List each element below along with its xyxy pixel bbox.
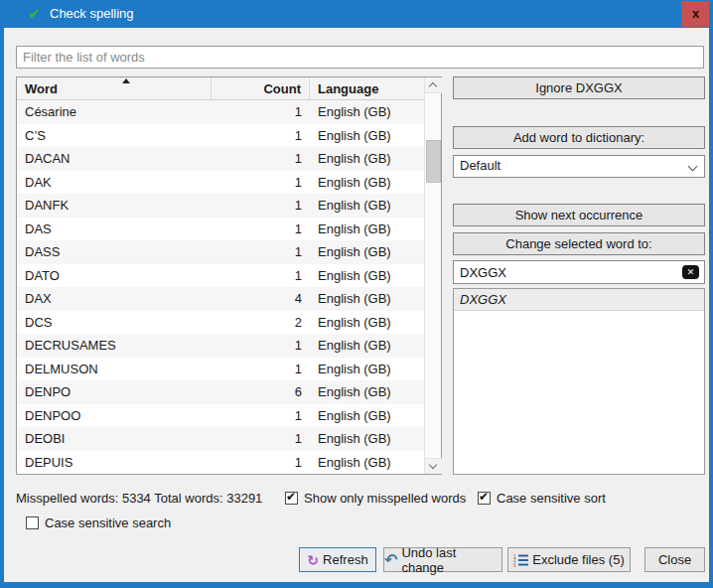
check-mark-icon: ✔: [28, 5, 41, 23]
cell-language: English (GB): [310, 338, 424, 353]
refresh-icon: ↻: [307, 553, 319, 567]
change-word-input[interactable]: [454, 261, 680, 283]
exclude-files-button[interactable]: 1 2 3 Exclude files (5): [507, 547, 631, 572]
scroll-up-icon[interactable]: [425, 77, 442, 93]
cell-word: DAK: [17, 175, 212, 190]
add-word-to-dictionary-button[interactable]: Add word to dictionary:: [453, 126, 705, 149]
scroll-down-icon[interactable]: [425, 458, 442, 474]
cell-word: DELMUSON: [17, 362, 212, 376]
numbered-list-icon: 1 2 3: [513, 553, 528, 567]
cell-language: English (GB): [310, 291, 424, 306]
table-row[interactable]: Césarine 1 English (GB): [17, 100, 424, 124]
close-button[interactable]: Close: [644, 547, 705, 572]
column-header-count[interactable]: Count: [212, 77, 310, 99]
table-row[interactable]: DEOBI 1 English (GB): [17, 427, 424, 451]
change-selected-word-button[interactable]: Change selected word to:: [453, 232, 705, 255]
cell-word: DCS: [17, 315, 212, 330]
cell-count: 2: [212, 315, 310, 330]
show-only-misspelled-checkbox[interactable]: Show only misspelled words: [285, 491, 466, 506]
cell-word: DENPO: [17, 384, 212, 399]
table-header: Word Count Language: [17, 77, 424, 100]
checkbox-label: Case sensitive sort: [497, 491, 606, 506]
chevron-down-icon: [688, 162, 698, 172]
cell-language: English (GB): [310, 244, 424, 259]
cell-count: 1: [212, 175, 310, 190]
table-body: Césarine 1 English (GB) C’S 1 English (G…: [17, 100, 424, 474]
checkbox-icon[interactable]: [285, 492, 298, 505]
exclude-label: Exclude files (5): [532, 552, 624, 567]
svg-text:3: 3: [513, 562, 516, 567]
cell-language: English (GB): [310, 455, 424, 470]
cell-language: English (GB): [310, 384, 424, 399]
refresh-button[interactable]: ↻ Refresh: [299, 547, 376, 572]
cell-word: C’S: [17, 128, 212, 143]
checkbox-icon[interactable]: [478, 492, 491, 505]
scrollbar-thumb[interactable]: [426, 140, 441, 183]
table-row[interactable]: DENPO 6 English (GB): [17, 380, 424, 404]
undo-last-change-button[interactable]: ↶ Undo last change: [383, 547, 502, 572]
table-row[interactable]: DATO 1 English (GB): [17, 264, 424, 288]
table-row[interactable]: DELMUSON 1 English (GB): [17, 358, 424, 381]
checkbox-label: Case sensitive search: [45, 515, 171, 530]
sort-ascending-icon: [122, 78, 130, 83]
column-header-language[interactable]: Language: [310, 77, 424, 99]
checkbox-icon[interactable]: [26, 516, 39, 529]
dictionary-select[interactable]: Default: [453, 155, 705, 178]
cell-word: DAS: [17, 221, 212, 236]
cell-count: 1: [212, 268, 310, 283]
cell-word: DEOBI: [17, 431, 212, 446]
cell-word: DENPOO: [17, 408, 212, 423]
filter-input[interactable]: [16, 46, 704, 69]
window-title: Check spelling: [50, 6, 134, 21]
check-spelling-dialog: ✔ Check spelling x Word Count Language C…: [0, 0, 713, 588]
cell-word: DASS: [17, 244, 212, 259]
dictionary-selected-value: Default: [460, 158, 500, 173]
close-window-button[interactable]: x: [681, 1, 710, 27]
cell-count: 1: [212, 338, 310, 353]
cell-count: 1: [212, 198, 310, 213]
cell-count: 1: [212, 408, 310, 423]
suggestions-list: DXGGX: [453, 288, 705, 475]
cell-word: Césarine: [17, 104, 212, 119]
table-row[interactable]: DECRUSAMES 1 English (GB): [17, 334, 424, 358]
cell-count: 1: [212, 104, 310, 119]
table-row[interactable]: DENPOO 1 English (GB): [17, 404, 424, 428]
table-row[interactable]: DACAN 1 English (GB): [17, 147, 424, 171]
cell-language: English (GB): [310, 104, 424, 119]
cell-count: 1: [212, 221, 310, 236]
table-scrollbar[interactable]: [424, 77, 441, 474]
cell-count: 6: [212, 384, 310, 399]
cell-language: English (GB): [310, 128, 424, 143]
cell-word: DAX: [17, 291, 212, 306]
table-row[interactable]: DCS 2 English (GB): [17, 311, 424, 335]
table-row[interactable]: DEPUIS 1 English (GB): [17, 451, 424, 475]
cell-count: 1: [212, 431, 310, 446]
checkbox-label: Show only misspelled words: [304, 491, 466, 506]
cell-word: DANFK: [17, 198, 212, 213]
column-header-word[interactable]: Word: [17, 77, 212, 99]
clear-input-icon[interactable]: ✕: [682, 265, 699, 279]
cell-language: English (GB): [310, 198, 424, 213]
cell-count: 4: [212, 291, 310, 306]
case-sensitive-search-checkbox[interactable]: Case sensitive search: [26, 515, 171, 530]
table-row[interactable]: DASS 1 English (GB): [17, 240, 424, 264]
table-row[interactable]: DAS 1 English (GB): [17, 218, 424, 241]
title-bar: ✔ Check spelling x: [0, 0, 713, 28]
table-row[interactable]: DAX 4 English (GB): [17, 287, 424, 311]
case-sensitive-sort-checkbox[interactable]: Case sensitive sort: [478, 491, 606, 506]
cell-language: English (GB): [310, 268, 424, 283]
table-row[interactable]: DANFK 1 English (GB): [17, 194, 424, 218]
cell-language: English (GB): [310, 431, 424, 446]
show-next-occurrence-button[interactable]: Show next occurrence: [453, 204, 705, 226]
cell-language: English (GB): [310, 175, 424, 190]
table-row[interactable]: C’S 1 English (GB): [17, 124, 424, 148]
cell-language: English (GB): [310, 315, 424, 330]
cell-count: 1: [212, 455, 310, 470]
cell-word: DEPUIS: [17, 455, 212, 470]
cell-language: English (GB): [310, 221, 424, 236]
cell-count: 1: [212, 151, 310, 166]
suggestion-item[interactable]: DXGGX: [454, 289, 704, 311]
ignore-word-button[interactable]: Ignore DXGGX: [453, 76, 705, 99]
table-row[interactable]: DAK 1 English (GB): [17, 171, 424, 195]
cell-language: English (GB): [310, 151, 424, 166]
